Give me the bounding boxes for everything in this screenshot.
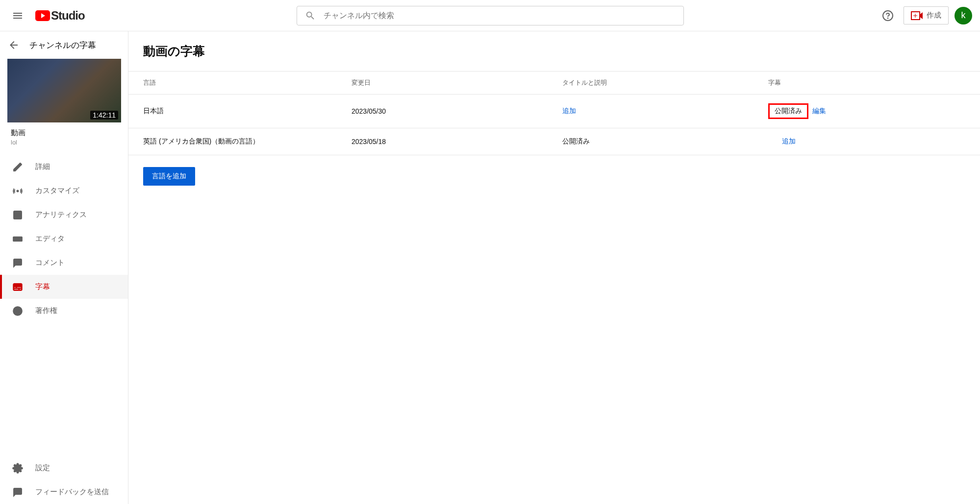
sidebar-item-customize[interactable]: カスタマイズ: [0, 179, 128, 203]
sidebar-item-label: エディタ: [35, 234, 65, 243]
youtube-icon: [35, 10, 50, 21]
create-button-label: 作成: [927, 11, 941, 20]
feedback-icon: [12, 486, 24, 498]
comment-icon: [12, 257, 24, 269]
cell-modified: 2023/05/18: [352, 138, 562, 145]
column-header-language: 言語: [143, 78, 352, 87]
search-container: [297, 6, 684, 25]
sidebar-item-settings[interactable]: 設定: [0, 456, 128, 480]
sidebar-item-editor[interactable]: エディタ: [0, 227, 128, 251]
gear-icon: [12, 462, 24, 474]
editor-icon: [12, 233, 24, 245]
sidebar-title-row: チャンネルの字幕: [0, 35, 128, 59]
column-header-modified: 変更日: [352, 78, 562, 87]
sidebar-item-details[interactable]: 詳細: [0, 155, 128, 179]
sidebar-item-label: 設定: [35, 463, 50, 473]
copyright-icon: [12, 305, 24, 317]
menu-toggle-button[interactable]: [8, 6, 27, 25]
add-title-desc-link[interactable]: 追加: [562, 107, 576, 115]
arrow-left-icon: [8, 39, 20, 51]
svg-rect-5: [13, 237, 22, 241]
sidebar-item-label: アナリティクス: [35, 210, 87, 219]
table-row: 英語 (アメリカ合衆国)（動画の言語） 2023/05/18 公開済み 追加: [128, 128, 980, 155]
cell-language: 英語 (アメリカ合衆国)（動画の言語）: [143, 137, 352, 146]
published-highlight: 公開済み: [768, 103, 808, 119]
back-button[interactable]: [8, 39, 20, 51]
sidebar-item-label: 著作権: [35, 306, 57, 315]
sidebar: チャンネルの字幕 1:42:11 動画 lol 詳細 カスタマイズ アナリティク…: [0, 31, 128, 504]
help-icon: [882, 10, 894, 22]
sidebar-item-label: コメント: [35, 258, 65, 267]
create-video-icon: [911, 11, 923, 20]
broadcast-icon: [12, 185, 24, 197]
sidebar-item-label: フィードバックを送信: [35, 487, 109, 497]
thumbnail-duration: 1:42:11: [90, 111, 118, 120]
hamburger-icon: [12, 10, 24, 22]
create-button[interactable]: 作成: [904, 6, 949, 24]
logo-text: Studio: [51, 9, 85, 23]
search-box[interactable]: [297, 6, 684, 25]
sidebar-item-comments[interactable]: コメント: [0, 251, 128, 275]
svg-point-3: [17, 190, 19, 192]
search-icon: [305, 10, 316, 21]
header-right: 作成 k: [878, 6, 972, 25]
avatar[interactable]: k: [955, 7, 972, 24]
app-header: Studio 作成 k: [0, 0, 980, 31]
cell-modified: 2023/05/30: [352, 107, 562, 115]
page-title: 動画の字幕: [128, 43, 980, 71]
sidebar-item-copyright[interactable]: 著作権: [0, 299, 128, 323]
sidebar-item-label: 字幕: [35, 282, 50, 291]
sidebar-item-analytics[interactable]: アナリティクス: [0, 203, 128, 227]
column-header-title-desc: タイトルと説明: [562, 78, 768, 87]
sidebar-item-feedback[interactable]: フィードバックを送信: [0, 480, 128, 504]
pencil-icon: [12, 161, 24, 173]
sidebar-item-subtitles[interactable]: 字幕: [0, 275, 128, 299]
search-input[interactable]: [324, 11, 676, 20]
help-button[interactable]: [878, 6, 898, 25]
cell-language: 日本語: [143, 107, 352, 116]
sidebar-title: チャンネルの字幕: [29, 40, 96, 51]
table-row: 日本語 2023/05/30 追加 公開済み 編集: [128, 95, 980, 128]
column-header-subtitles: 字幕: [768, 78, 965, 87]
video-heading: 動画: [0, 128, 128, 138]
table-header: 言語 変更日 タイトルと説明 字幕: [128, 71, 980, 95]
body-wrapper: チャンネルの字幕 1:42:11 動画 lol 詳細 カスタマイズ アナリティク…: [0, 31, 980, 504]
edit-subtitles-link[interactable]: 編集: [812, 107, 826, 116]
subtitles-icon: [12, 281, 24, 293]
sidebar-item-label: 詳細: [35, 162, 50, 171]
title-desc-status: 公開済み: [562, 137, 590, 145]
studio-logo[interactable]: Studio: [35, 9, 85, 23]
sidebar-item-label: カスタマイズ: [35, 186, 79, 195]
analytics-icon: [12, 209, 24, 221]
main-content: 動画の字幕 言語 変更日 タイトルと説明 字幕 日本語 2023/05/30 追…: [128, 31, 980, 504]
subtitles-status: 公開済み: [775, 107, 802, 115]
video-name: lol: [0, 138, 128, 155]
svg-point-2: [888, 18, 888, 18]
video-thumbnail[interactable]: 1:42:11: [7, 59, 121, 122]
add-subtitles-link[interactable]: 追加: [782, 137, 796, 146]
add-language-button[interactable]: 言語を追加: [143, 167, 195, 186]
